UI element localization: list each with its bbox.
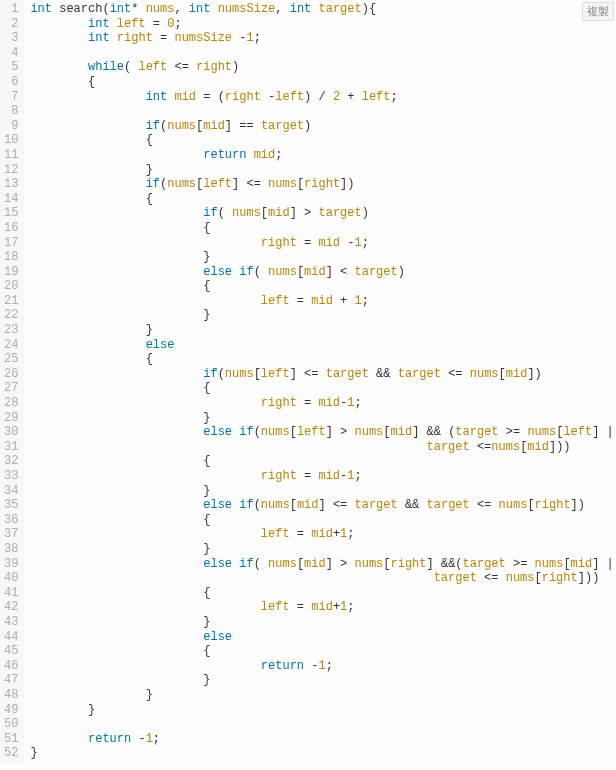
code-line: { <box>30 133 616 148</box>
line-number: 23 <box>4 323 18 338</box>
code-line: int left = 0; <box>30 17 616 32</box>
line-number: 3 <box>4 31 18 46</box>
copy-button[interactable]: 複製 <box>582 2 614 21</box>
code-line: target <=nums[mid])) <box>30 440 616 455</box>
code-line: right = mid-1; <box>30 396 616 411</box>
line-number: 1 <box>4 2 18 17</box>
line-number: 27 <box>4 381 18 396</box>
line-number: 13 <box>4 177 18 192</box>
line-number: 26 <box>4 367 18 382</box>
code-line: else <box>30 630 616 645</box>
line-number: 17 <box>4 236 18 251</box>
line-number: 15 <box>4 206 18 221</box>
code-line <box>30 46 616 61</box>
line-number: 25 <box>4 352 18 367</box>
line-number: 18 <box>4 250 18 265</box>
code-line: right = mid -1; <box>30 236 616 251</box>
line-number: 37 <box>4 527 18 542</box>
line-number: 52 <box>4 746 18 761</box>
line-number: 44 <box>4 630 18 645</box>
code-line: target <= nums[right])) <box>30 571 616 586</box>
code-line: if( nums[mid] > target) <box>30 206 616 221</box>
code-line: } <box>30 323 616 338</box>
line-number: 30 <box>4 425 18 440</box>
code-line: return -1; <box>30 659 616 674</box>
line-number: 22 <box>4 308 18 323</box>
code-line: } <box>30 484 616 499</box>
line-number: 40 <box>4 571 18 586</box>
line-number: 19 <box>4 265 18 280</box>
line-number: 38 <box>4 542 18 557</box>
code-line: { <box>30 192 616 207</box>
code-line: } <box>30 542 616 557</box>
line-number: 50 <box>4 717 18 732</box>
code-line: { <box>30 644 616 659</box>
line-number: 36 <box>4 513 18 528</box>
code-line: } <box>30 746 616 761</box>
code-content: int search(int* nums, int numsSize, int … <box>24 0 616 763</box>
code-line: } <box>30 688 616 703</box>
code-line: { <box>30 513 616 528</box>
line-number: 42 <box>4 600 18 615</box>
line-number: 31 <box>4 440 18 455</box>
code-line: if(nums[mid] == target) <box>30 119 616 134</box>
code-line <box>30 717 616 732</box>
line-number: 12 <box>4 163 18 178</box>
code-line: else if( nums[mid] > nums[right] &&(targ… <box>30 557 616 572</box>
code-line: int right = numsSize -1; <box>30 31 616 46</box>
code-line: left = mid + 1; <box>30 294 616 309</box>
code-line: } <box>30 308 616 323</box>
code-line: if(nums[left] <= target && target <= num… <box>30 367 616 382</box>
code-line: else if(nums[mid] <= target && target <=… <box>30 498 616 513</box>
code-line: else if( nums[mid] < target) <box>30 265 616 280</box>
line-number: 20 <box>4 279 18 294</box>
code-line: { <box>30 586 616 601</box>
code-line: return mid; <box>30 148 616 163</box>
line-number: 43 <box>4 615 18 630</box>
line-number: 32 <box>4 454 18 469</box>
line-number: 51 <box>4 732 18 747</box>
line-number: 5 <box>4 60 18 75</box>
code-line: { <box>30 75 616 90</box>
line-number: 46 <box>4 659 18 674</box>
code-line: else if(nums[left] > nums[mid] && (targe… <box>30 425 616 440</box>
line-number: 6 <box>4 75 18 90</box>
code-line <box>30 104 616 119</box>
line-number: 11 <box>4 148 18 163</box>
line-number-gutter: 1234567891011121314151617181920212223242… <box>0 0 24 763</box>
line-number: 7 <box>4 90 18 105</box>
line-number: 41 <box>4 586 18 601</box>
line-number: 2 <box>4 17 18 32</box>
line-number: 34 <box>4 484 18 499</box>
code-line: int search(int* nums, int numsSize, int … <box>30 2 616 17</box>
code-line: } <box>30 673 616 688</box>
code-line: return -1; <box>30 732 616 747</box>
line-number: 8 <box>4 104 18 119</box>
code-line: else <box>30 338 616 353</box>
line-number: 9 <box>4 119 18 134</box>
code-line: } <box>30 615 616 630</box>
line-number: 29 <box>4 411 18 426</box>
code-line: { <box>30 221 616 236</box>
line-number: 10 <box>4 133 18 148</box>
code-line: left = mid+1; <box>30 527 616 542</box>
line-number: 35 <box>4 498 18 513</box>
code-block: 1234567891011121314151617181920212223242… <box>0 0 616 763</box>
line-number: 47 <box>4 673 18 688</box>
line-number: 48 <box>4 688 18 703</box>
code-line: } <box>30 250 616 265</box>
code-line: { <box>30 352 616 367</box>
code-line: while( left <= right) <box>30 60 616 75</box>
code-line: { <box>30 454 616 469</box>
line-number: 49 <box>4 703 18 718</box>
code-line: { <box>30 381 616 396</box>
code-line: if(nums[left] <= nums[right]) <box>30 177 616 192</box>
line-number: 39 <box>4 557 18 572</box>
code-line: } <box>30 411 616 426</box>
code-line: } <box>30 163 616 178</box>
line-number: 33 <box>4 469 18 484</box>
line-number: 45 <box>4 644 18 659</box>
code-line: right = mid-1; <box>30 469 616 484</box>
line-number: 24 <box>4 338 18 353</box>
line-number: 28 <box>4 396 18 411</box>
